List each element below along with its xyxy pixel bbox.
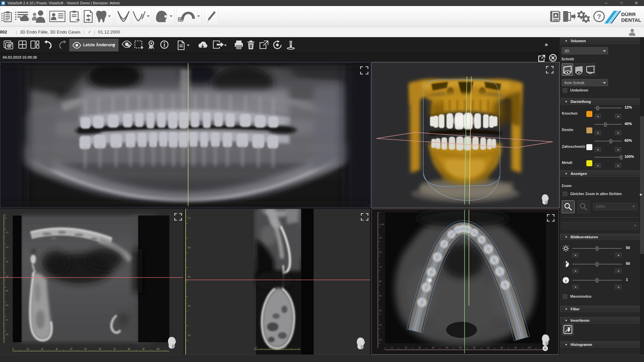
svg-text:-50: -50 xyxy=(187,276,191,278)
svg-text:40: 40 xyxy=(70,348,73,350)
svg-text:80: 80 xyxy=(128,348,130,350)
svg-text:30: 30 xyxy=(432,346,435,349)
svg-text:70: 70 xyxy=(487,346,489,349)
svg-text:50: 50 xyxy=(85,348,87,350)
svg-text:70: 70 xyxy=(113,348,116,350)
svg-text:20: 20 xyxy=(379,339,382,341)
svg-text:90: 90 xyxy=(514,346,517,349)
svg-text:?: ? xyxy=(597,13,601,20)
svg-text:0: 0 xyxy=(256,346,257,348)
svg-text:70: 70 xyxy=(379,266,382,268)
svg-text:80: 80 xyxy=(500,346,503,349)
svg-text:30: 30 xyxy=(55,348,58,350)
svg-text:40: 40 xyxy=(379,309,382,312)
svg-text:10: 10 xyxy=(270,346,272,348)
svg-text:60: 60 xyxy=(379,280,382,283)
svg-text:DENTAL: DENTAL xyxy=(621,17,641,23)
svg-text:20: 20 xyxy=(418,346,421,349)
svg-text:-50: -50 xyxy=(5,290,8,292)
svg-text:30: 30 xyxy=(379,324,382,326)
svg-text:90: 90 xyxy=(379,237,382,239)
svg-text:20: 20 xyxy=(284,346,287,348)
svg-text:60: 60 xyxy=(473,346,476,349)
svg-text:50: 50 xyxy=(460,346,462,349)
svg-text:20: 20 xyxy=(41,348,44,350)
svg-text:-40: -40 xyxy=(5,275,8,278)
svg-text:10: 10 xyxy=(26,348,29,350)
svg-text:10: 10 xyxy=(405,346,407,349)
svg-text:-30: -30 xyxy=(5,260,8,263)
svg-text:-10: -10 xyxy=(5,231,8,234)
svg-text:DÜRR: DÜRR xyxy=(621,11,636,17)
svg-text:-60: -60 xyxy=(187,246,191,249)
svg-text:-30: -30 xyxy=(187,334,191,337)
svg-text:-80: -80 xyxy=(5,333,8,336)
svg-text:-70: -70 xyxy=(187,217,191,219)
svg-text:60: 60 xyxy=(99,348,102,350)
svg-text:+100: +100 xyxy=(379,223,384,226)
svg-text:80: 80 xyxy=(379,251,382,253)
svg-text:0: 0 xyxy=(13,348,14,350)
svg-text:0: 0 xyxy=(391,346,393,349)
svg-text:-60: -60 xyxy=(5,304,8,306)
svg-text:100: 100 xyxy=(156,348,160,350)
svg-text:0: 0 xyxy=(5,217,6,219)
svg-text:50: 50 xyxy=(379,295,382,297)
svg-text:100: 100 xyxy=(527,346,531,349)
svg-text:-20: -20 xyxy=(5,246,8,248)
svg-text:-70: -70 xyxy=(5,319,8,321)
svg-text:γ: γ xyxy=(565,278,567,283)
svg-text:90: 90 xyxy=(142,348,145,350)
svg-text:40: 40 xyxy=(446,346,448,349)
svg-text:-40: -40 xyxy=(187,305,191,307)
